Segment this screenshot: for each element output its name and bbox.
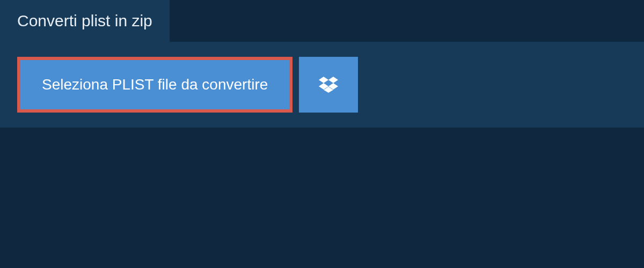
tab-label: Converti plist in zip (17, 12, 152, 29)
tab-convert[interactable]: Converti plist in zip (0, 0, 170, 42)
button-row: Seleziona PLIST file da convertire (17, 57, 627, 113)
select-file-button[interactable]: Seleziona PLIST file da convertire (17, 57, 292, 113)
content-panel: Seleziona PLIST file da convertire (0, 42, 644, 128)
dropbox-button[interactable] (299, 57, 358, 113)
tab-container: Converti plist in zip (0, 0, 170, 42)
dropbox-icon (319, 75, 338, 94)
select-file-label: Seleziona PLIST file da convertire (42, 76, 268, 93)
